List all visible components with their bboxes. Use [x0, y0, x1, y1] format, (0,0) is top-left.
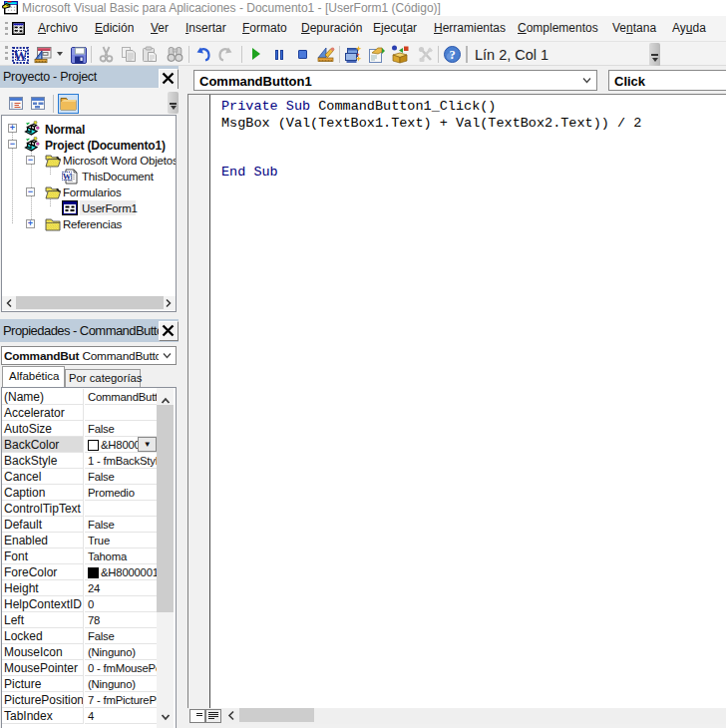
svg-text:W: W: [63, 172, 72, 182]
svg-text:W: W: [14, 49, 28, 64]
svg-text:?: ?: [449, 48, 455, 62]
